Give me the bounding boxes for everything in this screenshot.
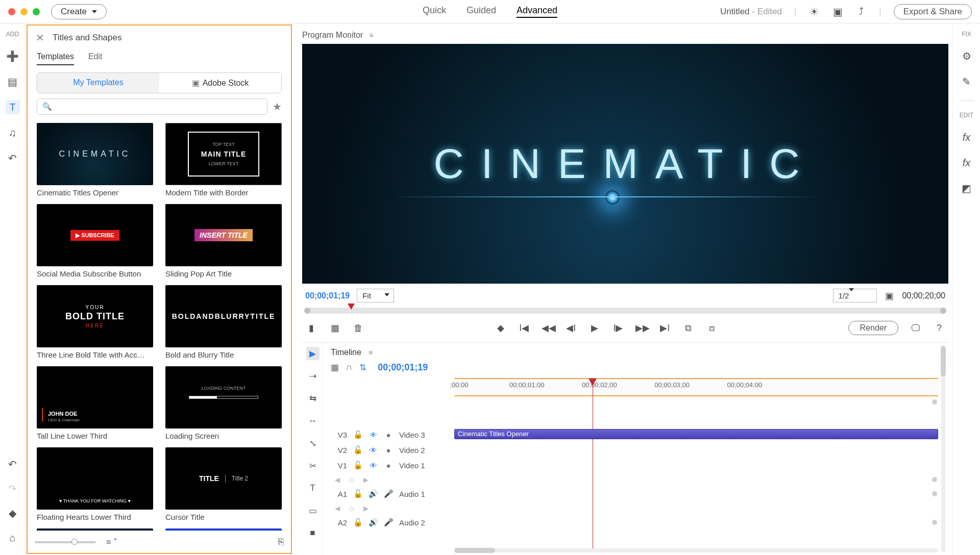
export-share-button[interactable]: Export & Share [894, 4, 972, 19]
create-button[interactable]: Create [51, 4, 107, 19]
template-item[interactable]: TITLETitle 2 Cursor Title [165, 447, 282, 521]
linked-selection-icon[interactable]: ⇅ [359, 362, 366, 373]
scrub-handle-left[interactable] [304, 308, 310, 314]
razor-tool-icon[interactable]: ✂ [306, 459, 320, 472]
fast-forward-icon[interactable]: ▶▶ [635, 322, 648, 334]
scrub-handle-right[interactable] [940, 308, 946, 314]
track-select-tool-icon[interactable]: ⇢ [306, 369, 320, 383]
target-icon[interactable]: ● [384, 431, 393, 439]
music-icon[interactable]: ♫ [6, 125, 20, 140]
lock-icon[interactable]: 🔓 [353, 489, 362, 498]
template-item[interactable]: BOLDANDBLURRYTITLE Bold and Blurry Title [165, 285, 282, 359]
type-tool-icon[interactable]: T [306, 482, 320, 495]
template-item[interactable]: YOURBOLD TITLEHERE Three Line Bold Title… [37, 285, 153, 359]
eye-icon[interactable]: 👁 [369, 431, 378, 439]
lock-icon[interactable]: 🔓 [353, 461, 362, 470]
tab-edit[interactable]: Edit [88, 52, 103, 65]
timeline-timecode[interactable]: 00;00;01;19 [378, 362, 428, 373]
eye-icon[interactable]: 👁 [369, 461, 378, 470]
sort-button[interactable]: ≡ ˅ [106, 537, 117, 547]
quickfix-icon[interactable]: ✎ [960, 74, 974, 89]
zoom-tool-icon[interactable]: ■ [306, 526, 320, 540]
track-resize-handle[interactable] [932, 491, 937, 496]
track-lane[interactable] [454, 486, 938, 501]
color-icon[interactable]: ◩ [960, 181, 974, 195]
transitions-fx-icon[interactable]: fx [960, 156, 974, 170]
media-icon[interactable]: ▤ [6, 74, 20, 89]
effects-fx-icon[interactable]: fx [960, 130, 974, 144]
step-back-icon[interactable]: ◀I [565, 322, 577, 334]
full-screen-icon[interactable]: 🖵 [910, 323, 922, 334]
template-item[interactable]: ▶ SUBSCRIBE Social Media Subscribe Butto… [37, 204, 153, 278]
rolling-tool-icon[interactable]: ↔ [306, 414, 320, 427]
rate-stretch-tool-icon[interactable]: ⤡ [306, 437, 320, 450]
tab-templates[interactable]: Templates [37, 52, 74, 65]
play-icon[interactable]: ▶ [589, 322, 601, 334]
go-to-out-icon[interactable]: ▶I [659, 322, 671, 334]
track-lane[interactable] [454, 442, 938, 458]
go-to-in-icon[interactable]: I◀ [518, 322, 530, 334]
template-item[interactable]: LOADING CONTENT Loading Screen [165, 366, 282, 440]
thumbnail-zoom-slider[interactable] [35, 541, 96, 543]
minimize-window-icon[interactable] [20, 8, 28, 15]
brightness-icon[interactable]: ☀ [808, 6, 820, 17]
scrub-bar[interactable] [302, 308, 948, 317]
lock-icon[interactable]: 🔓 [353, 518, 362, 527]
ripple-tool-icon[interactable]: ⇆ [306, 392, 320, 405]
undo-icon[interactable]: ↶ [6, 457, 20, 471]
target-icon[interactable]: ● [384, 461, 393, 470]
zoom-fit-select[interactable]: Fit [357, 289, 394, 302]
organizer-icon[interactable]: ◆ [6, 506, 20, 520]
render-button[interactable]: Render [848, 321, 898, 335]
track-lane[interactable] [454, 458, 938, 473]
share-icon[interactable]: ⤴ [855, 6, 867, 17]
maximize-window-icon[interactable] [33, 8, 40, 15]
home-icon[interactable]: ⌂ [6, 531, 20, 545]
magnet-icon[interactable]: ∩ [346, 362, 352, 373]
rewind-icon[interactable]: ◀◀ [542, 322, 554, 334]
step-forward-icon[interactable]: I▶ [612, 322, 624, 334]
template-item[interactable]: INSERT TITLE Sliding Pop Art Title [165, 204, 282, 278]
close-window-icon[interactable] [8, 8, 15, 15]
speaker-icon[interactable]: 🔊 [369, 489, 378, 498]
snap-icon[interactable]: ▦ [331, 362, 339, 373]
template-item[interactable]: ♥ THANK YOU FOR WATCHING ♥ Floating Hear… [37, 447, 153, 521]
template-item[interactable]: TOP TEXTMAIN TITLELOWER TEXT Modern Titl… [165, 123, 282, 197]
mic-icon[interactable]: 🎤 [384, 489, 393, 498]
mark-in-icon[interactable]: ◆ [495, 322, 507, 334]
program-monitor[interactable]: CINEMATIC [302, 44, 948, 284]
eye-icon[interactable]: 👁 [369, 446, 378, 455]
add-icon[interactable]: ➕ [6, 49, 20, 63]
add-marker-icon[interactable]: ▮ [305, 322, 317, 334]
track-resize-handle[interactable] [932, 399, 937, 405]
delete-icon[interactable]: 🗑 [352, 323, 364, 334]
help-icon[interactable]: ? [933, 323, 945, 334]
template-item[interactable]: CINEMATIC Cinematic Titles Opener [37, 123, 153, 197]
hand-tool-icon[interactable]: ▭ [306, 504, 320, 517]
mode-guided[interactable]: Guided [467, 5, 496, 18]
lock-icon[interactable]: 🔓 [353, 430, 362, 439]
grid-icon[interactable]: ▦ [329, 322, 341, 334]
playback-resolution-select[interactable]: 1/2 [833, 289, 877, 302]
template-item[interactable] [37, 528, 153, 531]
time-ruler[interactable]: ;00;00 00;00;01;00 00;00;02;00 00;00;03;… [454, 378, 938, 396]
safe-margins-icon[interactable]: ▣ [885, 290, 894, 301]
selection-tool-icon[interactable]: ▶ [306, 347, 320, 360]
tools-icon[interactable]: ⧈ [706, 323, 718, 334]
speaker-icon[interactable]: 🔊 [369, 518, 378, 527]
track-resize-handle[interactable] [932, 477, 937, 482]
track-resize-handle[interactable] [932, 520, 937, 525]
search-input[interactable]: 🔍 [37, 98, 267, 115]
redo-icon[interactable]: ↷ [6, 482, 20, 496]
program-monitor-menu-icon[interactable]: ≡ [369, 31, 373, 39]
save-icon[interactable]: ▣ [832, 6, 843, 17]
toggle-adobe-stock[interactable]: ▣Adobe Stock [159, 73, 281, 93]
mic-icon[interactable]: 🎤 [384, 518, 393, 527]
timeline-vscroll[interactable] [938, 343, 948, 555]
timeline-hscroll[interactable] [324, 546, 938, 555]
adjustments-icon[interactable]: ⚙ [960, 49, 974, 63]
toggle-my-templates[interactable]: My Templates [37, 73, 159, 93]
clip[interactable]: Cinematic Titles Opener [454, 429, 938, 439]
target-icon[interactable]: ● [384, 446, 393, 455]
track-lane[interactable]: Cinematic Titles Opener [454, 427, 938, 442]
